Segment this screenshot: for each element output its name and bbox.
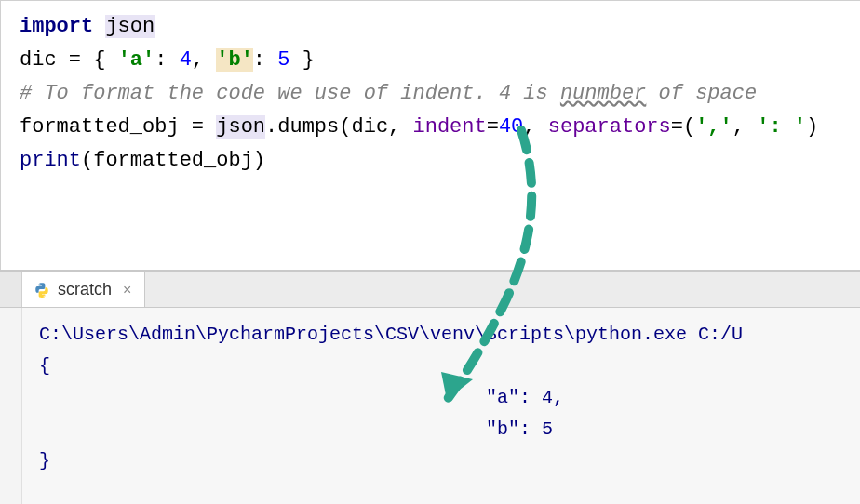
output-body: C:\Users\Admin\PycharmProjects\CSV\venv\… (0, 308, 860, 504)
output-path: C:\Users\Admin\PycharmProjects\CSV\venv\… (39, 324, 743, 345)
output-brace-open: { (39, 355, 50, 377)
keyword-import: import (20, 15, 93, 38)
spelling-warning: nunmber (560, 82, 646, 105)
output-panel: scratch × C:\Users\Admin\PycharmProjects… (0, 270, 860, 504)
code-line-5: print(formatted_obj) (20, 144, 841, 178)
console-output[interactable]: C:\Users\Admin\PycharmProjects\CSV\venv\… (22, 308, 860, 504)
run-tab-scratch[interactable]: scratch × (22, 272, 145, 307)
code-editor[interactable]: import json dic = { 'a': 4, 'b': 5 } # T… (0, 0, 860, 270)
output-line-a: "a": 4, (39, 387, 564, 408)
tab-bar: scratch × (0, 272, 860, 308)
tab-gutter (0, 272, 22, 307)
module-json: json (105, 15, 155, 38)
code-line-2: dic = { 'a': 4, 'b': 5 } (20, 44, 841, 77)
close-icon[interactable]: × (119, 282, 135, 298)
tab-label: scratch (58, 280, 112, 299)
python-icon (34, 282, 50, 298)
output-brace-close: } (39, 450, 50, 471)
code-line-1: import json (20, 10, 841, 44)
output-line-b: "b": 5 (39, 418, 553, 440)
output-gutter (0, 308, 22, 504)
code-line-4: formatted_obj = json.dumps(dic, indent=4… (20, 111, 841, 144)
code-line-3: # To format the code we use of indent. 4… (20, 77, 841, 111)
